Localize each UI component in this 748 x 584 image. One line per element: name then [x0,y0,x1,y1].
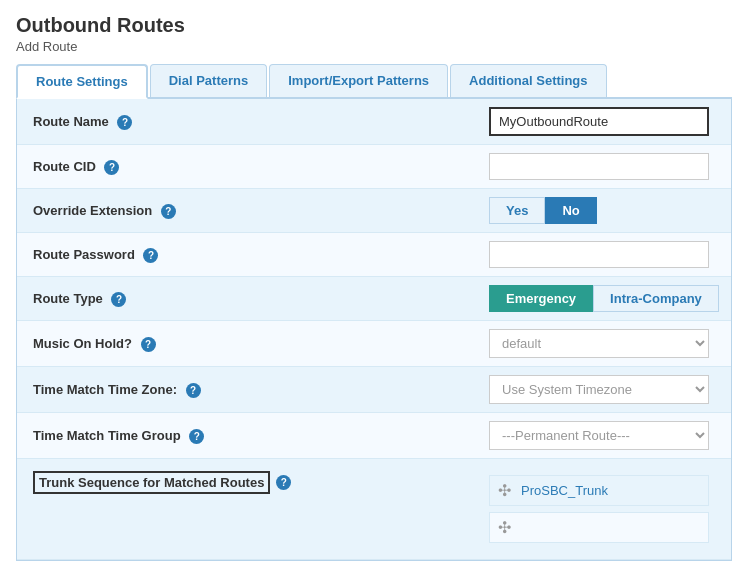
override-extension-row: Override Extension ? Yes No [17,189,731,233]
time-match-timezone-label: Time Match Time Zone: ? [17,372,477,408]
route-password-control [477,233,731,276]
route-cid-input[interactable] [489,153,709,180]
time-match-timezone-select[interactable]: Use System Timezone [489,375,709,404]
trunk-sequence-label: Trunk Sequence for Matched Routes ? [17,467,477,504]
music-on-hold-label: Music On Hold? ? [17,326,477,362]
route-type-btngroup: Emergency Intra-Company [489,285,719,312]
time-match-timezone-control: Use System Timezone [477,367,731,412]
override-extension-btngroup: Yes No [489,197,597,224]
time-match-timegroup-help-icon[interactable]: ? [189,429,204,444]
override-extension-no-btn[interactable]: No [545,197,596,224]
route-type-emergency-btn[interactable]: Emergency [489,285,593,312]
trunk-sequence-row: Trunk Sequence for Matched Routes ? ✣ Pr… [17,459,731,560]
route-password-input[interactable] [489,241,709,268]
route-password-label: Route Password ? [17,237,477,273]
route-cid-help-icon[interactable]: ? [104,160,119,175]
time-match-timezone-row: Time Match Time Zone: ? Use System Timez… [17,367,731,413]
content-area: Route Name ? Route CID ? Override Extens… [16,99,732,561]
time-match-timegroup-label: Time Match Time Group ? [17,418,477,454]
trunk-name-1: ProSBC_Trunk [521,483,608,498]
drag-handle-icon-1[interactable]: ✣ [498,481,511,500]
override-extension-help-icon[interactable]: ? [161,204,176,219]
tab-dial-patterns[interactable]: Dial Patterns [150,64,267,97]
tab-route-settings[interactable]: Route Settings [16,64,148,99]
time-match-timegroup-select[interactable]: ---Permanent Route--- [489,421,709,450]
music-on-hold-row: Music On Hold? ? default [17,321,731,367]
trunk-sequence-control: ✣ ProSBC_Trunk ✣ [477,467,731,551]
route-cid-label: Route CID ? [17,149,477,185]
route-cid-row: Route CID ? [17,145,731,189]
drag-handle-icon-2[interactable]: ✣ [498,518,511,537]
route-cid-control [477,145,731,188]
route-name-label: Route Name ? [17,104,477,140]
route-password-help-icon[interactable]: ? [143,248,158,263]
music-on-hold-select[interactable]: default [489,329,709,358]
page-container: Outbound Routes Add Route Route Settings… [0,0,748,575]
route-name-input[interactable] [489,107,709,136]
time-match-timegroup-control: ---Permanent Route--- [477,413,731,458]
route-password-row: Route Password ? [17,233,731,277]
tab-additional-settings[interactable]: Additional Settings [450,64,606,97]
music-on-hold-help-icon[interactable]: ? [141,337,156,352]
route-type-label: Route Type ? [17,281,477,317]
route-type-intra-company-btn[interactable]: Intra-Company [593,285,719,312]
route-type-control: Emergency Intra-Company [477,277,731,320]
trunk-item-2: ✣ [489,512,709,543]
trunk-sequence-help-icon[interactable]: ? [276,475,291,490]
override-extension-label: Override Extension ? [17,193,477,229]
time-match-timezone-help-icon[interactable]: ? [186,383,201,398]
page-title: Outbound Routes [16,14,732,37]
trunk-item-1: ✣ ProSBC_Trunk [489,475,709,506]
time-match-timegroup-row: Time Match Time Group ? ---Permanent Rou… [17,413,731,459]
route-name-help-icon[interactable]: ? [117,115,132,130]
override-extension-control: Yes No [477,189,731,232]
route-type-row: Route Type ? Emergency Intra-Company [17,277,731,321]
music-on-hold-control: default [477,321,731,366]
tabs-bar: Route Settings Dial Patterns Import/Expo… [16,64,732,99]
route-name-row: Route Name ? [17,99,731,145]
route-name-control [477,99,731,144]
page-subtitle: Add Route [16,39,732,54]
route-type-help-icon[interactable]: ? [111,292,126,307]
tab-import-export[interactable]: Import/Export Patterns [269,64,448,97]
override-extension-yes-btn[interactable]: Yes [489,197,545,224]
